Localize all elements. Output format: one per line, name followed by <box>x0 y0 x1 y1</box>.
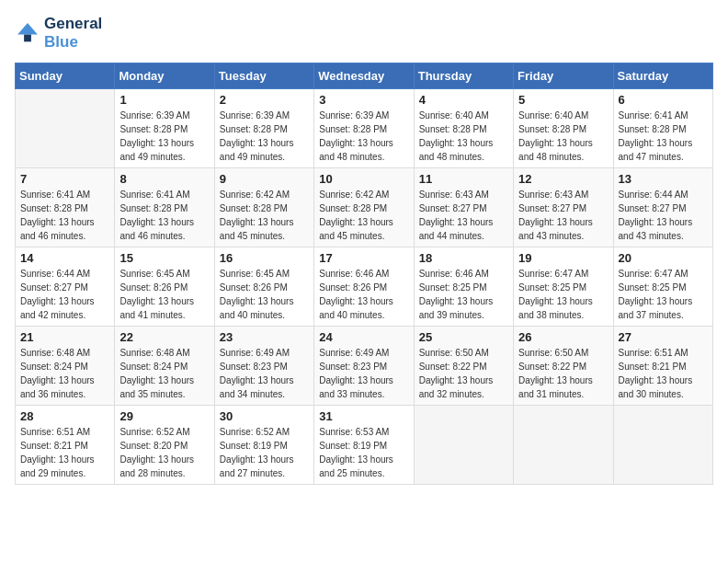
day-number: 15 <box>119 251 209 265</box>
calendar-cell <box>16 89 115 168</box>
day-info: Sunrise: 6:51 AMSunset: 8:21 PMDaylight:… <box>619 346 708 401</box>
calendar-cell <box>414 406 513 485</box>
calendar-cell: 17 Sunrise: 6:46 AMSunset: 8:26 PMDaylig… <box>314 247 414 327</box>
calendar-cell: 1 Sunrise: 6:39 AMSunset: 8:28 PMDayligh… <box>115 89 214 168</box>
day-info: Sunrise: 6:43 AMSunset: 8:27 PMDaylight:… <box>419 188 508 243</box>
day-info: Sunrise: 6:42 AMSunset: 8:28 PMDaylight:… <box>319 188 408 243</box>
calendar-cell: 14 Sunrise: 6:44 AMSunset: 8:27 PMDaylig… <box>16 247 115 327</box>
day-info: Sunrise: 6:41 AMSunset: 8:28 PMDaylight:… <box>20 188 109 243</box>
day-info: Sunrise: 6:53 AMSunset: 8:19 PMDaylight:… <box>319 425 408 480</box>
calendar-cell: 28 Sunrise: 6:51 AMSunset: 8:21 PMDaylig… <box>16 406 115 485</box>
calendar-cell: 6 Sunrise: 6:41 AMSunset: 8:28 PMDayligh… <box>613 89 712 168</box>
header: General Blue <box>15 15 713 52</box>
day-info: Sunrise: 6:39 AMSunset: 8:28 PMDaylight:… <box>319 109 408 164</box>
day-number: 24 <box>319 330 408 344</box>
calendar-cell: 4 Sunrise: 6:40 AMSunset: 8:28 PMDayligh… <box>414 89 513 168</box>
day-number: 1 <box>119 93 209 107</box>
day-number: 9 <box>220 172 309 186</box>
day-info: Sunrise: 6:50 AMSunset: 8:22 PMDaylight:… <box>419 346 508 401</box>
day-number: 22 <box>119 330 209 344</box>
day-number: 7 <box>20 172 109 186</box>
svg-marker-0 <box>17 23 38 34</box>
calendar-cell: 7 Sunrise: 6:41 AMSunset: 8:28 PMDayligh… <box>16 168 115 247</box>
calendar-cell: 8 Sunrise: 6:41 AMSunset: 8:28 PMDayligh… <box>115 168 214 247</box>
day-info: Sunrise: 6:44 AMSunset: 8:27 PMDaylight:… <box>619 188 708 243</box>
calendar-cell: 16 Sunrise: 6:45 AMSunset: 8:26 PMDaylig… <box>214 247 313 327</box>
calendar-cell: 13 Sunrise: 6:44 AMSunset: 8:27 PMDaylig… <box>613 168 712 247</box>
calendar-cell: 31 Sunrise: 6:53 AMSunset: 8:19 PMDaylig… <box>314 406 414 485</box>
day-info: Sunrise: 6:49 AMSunset: 8:23 PMDaylight:… <box>319 346 408 401</box>
day-number: 27 <box>619 330 708 344</box>
calendar-cell: 5 Sunrise: 6:40 AMSunset: 8:28 PMDayligh… <box>514 89 613 168</box>
header-day-monday: Monday <box>115 63 214 89</box>
calendar-cell: 15 Sunrise: 6:45 AMSunset: 8:26 PMDaylig… <box>115 247 214 327</box>
calendar-cell: 3 Sunrise: 6:39 AMSunset: 8:28 PMDayligh… <box>314 89 414 168</box>
day-number: 23 <box>220 330 309 344</box>
day-info: Sunrise: 6:41 AMSunset: 8:28 PMDaylight:… <box>619 109 708 164</box>
day-number: 13 <box>619 172 708 186</box>
day-number: 28 <box>20 409 109 423</box>
calendar-week-row: 7 Sunrise: 6:41 AMSunset: 8:28 PMDayligh… <box>16 168 713 247</box>
header-day-friday: Friday <box>514 63 613 89</box>
calendar-cell: 23 Sunrise: 6:49 AMSunset: 8:23 PMDaylig… <box>214 327 313 406</box>
calendar-cell: 10 Sunrise: 6:42 AMSunset: 8:28 PMDaylig… <box>314 168 414 247</box>
day-info: Sunrise: 6:52 AMSunset: 8:20 PMDaylight:… <box>119 425 209 480</box>
day-number: 31 <box>319 409 408 423</box>
day-info: Sunrise: 6:49 AMSunset: 8:23 PMDaylight:… <box>220 346 309 401</box>
calendar-cell: 26 Sunrise: 6:50 AMSunset: 8:22 PMDaylig… <box>514 327 613 406</box>
day-number: 17 <box>319 251 408 265</box>
day-number: 10 <box>319 172 408 186</box>
calendar-header-row: SundayMondayTuesdayWednesdayThursdayFrid… <box>16 63 713 89</box>
day-number: 2 <box>220 93 309 107</box>
day-info: Sunrise: 6:43 AMSunset: 8:27 PMDaylight:… <box>518 188 608 243</box>
header-day-sunday: Sunday <box>16 63 115 89</box>
header-day-thursday: Thursday <box>414 63 513 89</box>
day-info: Sunrise: 6:42 AMSunset: 8:28 PMDaylight:… <box>220 188 309 243</box>
calendar-cell: 29 Sunrise: 6:52 AMSunset: 8:20 PMDaylig… <box>115 406 214 485</box>
day-number: 5 <box>518 93 608 107</box>
logo-text: General Blue <box>44 15 102 52</box>
calendar-cell: 22 Sunrise: 6:48 AMSunset: 8:24 PMDaylig… <box>115 327 214 406</box>
day-info: Sunrise: 6:44 AMSunset: 8:27 PMDaylight:… <box>20 267 109 322</box>
calendar-cell: 20 Sunrise: 6:47 AMSunset: 8:25 PMDaylig… <box>613 247 712 327</box>
day-info: Sunrise: 6:40 AMSunset: 8:28 PMDaylight:… <box>518 109 608 164</box>
day-info: Sunrise: 6:41 AMSunset: 8:28 PMDaylight:… <box>119 188 209 243</box>
day-info: Sunrise: 6:47 AMSunset: 8:25 PMDaylight:… <box>518 267 608 322</box>
day-info: Sunrise: 6:39 AMSunset: 8:28 PMDaylight:… <box>119 109 209 164</box>
calendar-cell: 9 Sunrise: 6:42 AMSunset: 8:28 PMDayligh… <box>214 168 313 247</box>
day-info: Sunrise: 6:52 AMSunset: 8:19 PMDaylight:… <box>220 425 309 480</box>
day-number: 11 <box>419 172 508 186</box>
day-number: 21 <box>20 330 109 344</box>
calendar-table: SundayMondayTuesdayWednesdayThursdayFrid… <box>15 63 713 485</box>
header-day-saturday: Saturday <box>613 63 712 89</box>
day-number: 8 <box>119 172 209 186</box>
day-info: Sunrise: 6:46 AMSunset: 8:25 PMDaylight:… <box>419 267 508 322</box>
day-number: 6 <box>619 93 708 107</box>
calendar-week-row: 1 Sunrise: 6:39 AMSunset: 8:28 PMDayligh… <box>16 89 713 168</box>
calendar-cell: 19 Sunrise: 6:47 AMSunset: 8:25 PMDaylig… <box>514 247 613 327</box>
day-number: 26 <box>518 330 608 344</box>
day-number: 30 <box>220 409 309 423</box>
calendar-cell: 11 Sunrise: 6:43 AMSunset: 8:27 PMDaylig… <box>414 168 513 247</box>
day-number: 3 <box>319 93 408 107</box>
day-number: 18 <box>419 251 508 265</box>
day-number: 19 <box>518 251 608 265</box>
day-info: Sunrise: 6:48 AMSunset: 8:24 PMDaylight:… <box>20 346 109 401</box>
day-number: 12 <box>518 172 608 186</box>
calendar-week-row: 28 Sunrise: 6:51 AMSunset: 8:21 PMDaylig… <box>16 406 713 485</box>
day-number: 20 <box>619 251 708 265</box>
day-number: 14 <box>20 251 109 265</box>
day-info: Sunrise: 6:40 AMSunset: 8:28 PMDaylight:… <box>419 109 508 164</box>
calendar-cell: 2 Sunrise: 6:39 AMSunset: 8:28 PMDayligh… <box>214 89 313 168</box>
calendar-cell: 27 Sunrise: 6:51 AMSunset: 8:21 PMDaylig… <box>613 327 712 406</box>
calendar-week-row: 21 Sunrise: 6:48 AMSunset: 8:24 PMDaylig… <box>16 327 713 406</box>
calendar-week-row: 14 Sunrise: 6:44 AMSunset: 8:27 PMDaylig… <box>16 247 713 327</box>
day-info: Sunrise: 6:51 AMSunset: 8:21 PMDaylight:… <box>20 425 109 480</box>
day-number: 16 <box>220 251 309 265</box>
day-info: Sunrise: 6:45 AMSunset: 8:26 PMDaylight:… <box>220 267 309 322</box>
calendar-cell: 30 Sunrise: 6:52 AMSunset: 8:19 PMDaylig… <box>214 406 313 485</box>
day-info: Sunrise: 6:47 AMSunset: 8:25 PMDaylight:… <box>619 267 708 322</box>
calendar-cell: 25 Sunrise: 6:50 AMSunset: 8:22 PMDaylig… <box>414 327 513 406</box>
calendar-cell: 18 Sunrise: 6:46 AMSunset: 8:25 PMDaylig… <box>414 247 513 327</box>
day-info: Sunrise: 6:39 AMSunset: 8:28 PMDaylight:… <box>220 109 309 164</box>
